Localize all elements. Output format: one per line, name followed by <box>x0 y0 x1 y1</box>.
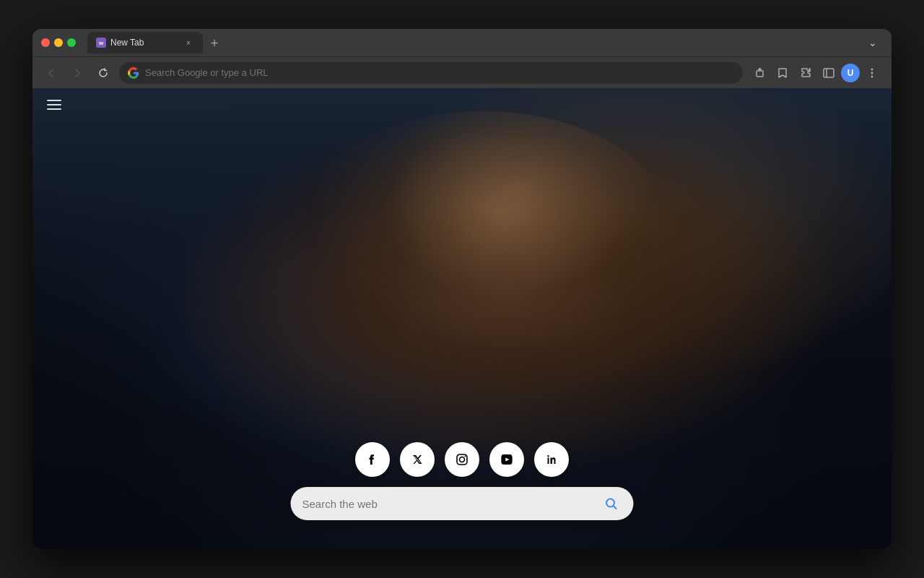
refresh-button[interactable] <box>93 63 113 83</box>
svg-point-3 <box>871 68 873 70</box>
title-bar-controls: ⌄ <box>863 33 883 53</box>
tab-favicon: w <box>96 38 106 48</box>
sidebar-button[interactable] <box>818 62 840 84</box>
svg-rect-0 <box>757 71 763 77</box>
menu-line-1 <box>47 100 61 101</box>
close-button[interactable] <box>41 38 50 47</box>
youtube-icon[interactable] <box>489 442 524 477</box>
face-highlight <box>290 111 677 365</box>
search-bar-container <box>291 487 634 520</box>
minimize-button[interactable] <box>54 38 63 47</box>
svg-point-5 <box>871 75 873 77</box>
search-input[interactable] <box>302 498 593 510</box>
twitter-icon[interactable] <box>400 442 435 477</box>
google-icon <box>128 67 139 79</box>
svg-point-4 <box>871 72 873 74</box>
svg-point-8 <box>465 456 466 457</box>
maximize-button[interactable] <box>67 38 76 47</box>
forward-button[interactable] <box>67 63 87 83</box>
facebook-icon[interactable] <box>355 442 390 477</box>
background-image <box>32 88 892 549</box>
svg-rect-1 <box>824 69 834 77</box>
linkedin-icon[interactable] <box>534 442 569 477</box>
menu-button[interactable] <box>861 62 883 84</box>
menu-line-3 <box>47 108 61 110</box>
tab-list-button[interactable]: ⌄ <box>863 33 883 53</box>
search-button[interactable] <box>601 493 622 514</box>
tab-bar: w New Tab × + <box>82 32 857 53</box>
page-content <box>32 88 892 549</box>
social-bar <box>355 442 569 477</box>
back-button[interactable] <box>41 63 61 83</box>
svg-point-7 <box>460 457 465 462</box>
share-button[interactable] <box>749 62 770 84</box>
bookmark-button[interactable] <box>772 62 793 84</box>
tab-close-button[interactable]: × <box>183 37 194 48</box>
traffic-lights <box>41 38 76 47</box>
nav-bar: U <box>32 56 892 88</box>
extensions-button[interactable] <box>795 62 816 84</box>
address-bar[interactable] <box>119 62 743 84</box>
browser-window: w New Tab × + ⌄ <box>32 29 892 549</box>
active-tab[interactable]: w New Tab × <box>87 32 203 53</box>
menu-line-2 <box>47 104 61 105</box>
nav-actions: U <box>749 62 883 84</box>
new-tab-button[interactable]: + <box>204 33 225 53</box>
hamburger-menu[interactable] <box>47 100 61 110</box>
profile-button[interactable]: U <box>841 64 860 82</box>
instagram-icon[interactable] <box>445 442 479 477</box>
title-bar: w New Tab × + ⌄ <box>32 29 892 56</box>
address-input[interactable] <box>145 67 734 78</box>
tab-title: New Tab <box>110 38 178 48</box>
svg-line-10 <box>614 506 616 509</box>
search-bar[interactable] <box>291 487 634 520</box>
